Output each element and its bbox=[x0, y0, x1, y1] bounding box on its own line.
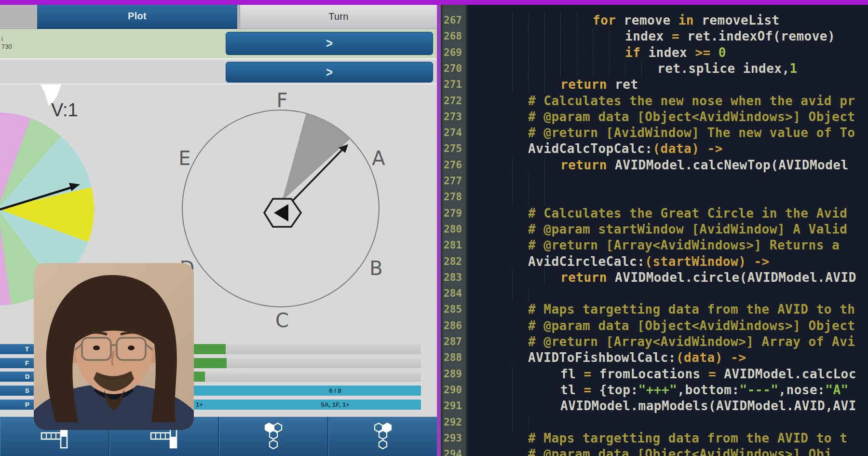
code-line: # @param data [Object<AvidWindows>] Obje… bbox=[468, 109, 868, 125]
indent-guide bbox=[625, 61, 625, 77]
indent-guide bbox=[544, 189, 545, 205]
line-number: 272 bbox=[444, 93, 462, 109]
avid-arrow bbox=[290, 149, 343, 204]
stat-label: F bbox=[25, 359, 29, 367]
code-line: # Calculates the Great Circle in the Avi… bbox=[468, 206, 868, 221]
toolbar-button-hex-left[interactable] bbox=[219, 417, 328, 456]
webcam-portrait bbox=[34, 263, 194, 430]
avid-letter-b: B bbox=[369, 257, 382, 279]
line-number: 289 bbox=[444, 366, 462, 382]
code-text: # Maps targetting data from the AVID to … bbox=[528, 302, 855, 318]
line-number: 267 bbox=[444, 13, 462, 28]
indent-guide bbox=[512, 77, 513, 93]
line-number: 271 bbox=[444, 77, 462, 93]
stat-label: T bbox=[25, 345, 29, 353]
panel-divider[interactable] bbox=[437, 5, 441, 456]
indent-guide bbox=[544, 173, 545, 189]
indent-guide bbox=[512, 270, 513, 286]
code-line: # @return [Array<AvidWindows>] Returns a bbox=[468, 237, 868, 253]
line-number: 280 bbox=[444, 221, 462, 237]
advance-button-1[interactable]: > bbox=[226, 32, 433, 55]
line-number: 285 bbox=[444, 302, 462, 318]
hex-cluster-right-icon bbox=[372, 421, 394, 453]
indent-guide bbox=[512, 173, 513, 189]
indent-guide bbox=[528, 286, 529, 302]
tab-turn[interactable]: Turn bbox=[240, 5, 437, 29]
line-number: 291 bbox=[444, 398, 462, 414]
indent-guide bbox=[512, 28, 513, 44]
header-mini-text-2: 730 bbox=[1, 43, 12, 50]
code-line: AvidCircleCalc:(startWindow) -> bbox=[468, 254, 868, 270]
code-line: AvidCalcTopCalc:(data) -> bbox=[468, 141, 868, 157]
code-line: AVIDToFishbowlCalc:(data) -> bbox=[468, 350, 868, 366]
line-number: 293 bbox=[444, 430, 462, 446]
line-number: 294 bbox=[444, 446, 462, 456]
left-panel: Plot Turn i 730 > > V:1 bbox=[0, 5, 437, 456]
indent-guide bbox=[577, 28, 577, 44]
indent-guide bbox=[512, 366, 513, 382]
indent-guide bbox=[528, 61, 529, 77]
stat-label: D bbox=[25, 373, 29, 380]
indent-guide bbox=[512, 157, 513, 173]
line-number: 276 bbox=[444, 157, 462, 173]
code-text: # @param data [Object<AvidWindows>] Obje… bbox=[528, 318, 855, 334]
code-line: # @param data [Object<AvidWindows>] Obj bbox=[468, 446, 868, 456]
code-text: # @param data [Object<AvidWindows>] Obj bbox=[528, 446, 832, 456]
indent-guide bbox=[528, 28, 529, 44]
code-text: AVIDModel.mapModels(AVIDModel.AVID,AVI bbox=[560, 398, 856, 414]
indent-guide bbox=[609, 28, 610, 44]
code-line: # @return [Array<AvidWindow>] Array of A… bbox=[468, 334, 868, 350]
indent-guide bbox=[512, 13, 513, 28]
indent-guide bbox=[593, 45, 593, 61]
tab-plot[interactable]: Plot bbox=[37, 5, 237, 29]
indent-guide bbox=[544, 61, 545, 77]
indent-guide bbox=[512, 45, 513, 61]
line-number: 270 bbox=[444, 61, 462, 77]
stat-value-left: 1+ bbox=[196, 401, 203, 408]
indent-guide bbox=[512, 382, 513, 398]
line-number: 290 bbox=[444, 382, 462, 398]
code-line: # @param startWindow [AvidWindow] A Vali… bbox=[468, 221, 868, 237]
indent-guide bbox=[560, 45, 561, 61]
indent-guide bbox=[528, 77, 529, 93]
code-area[interactable]: for remove in removeListindex = ret.inde… bbox=[468, 5, 868, 456]
line-number-gutter: 2672682692702712722732742752762772782792… bbox=[441, 5, 468, 456]
code-text: index = ret.indexOf(remove) bbox=[625, 28, 835, 44]
code-line: # Maps targetting data from the AVID to … bbox=[468, 302, 868, 318]
code-editor[interactable]: 2672682692702712722732742752762772782792… bbox=[441, 5, 868, 456]
line-number: 286 bbox=[444, 318, 462, 334]
code-text: for remove in removeList bbox=[593, 13, 780, 28]
indent-guide bbox=[641, 61, 642, 77]
advance-button-2[interactable]: > bbox=[226, 62, 433, 83]
indent-guide bbox=[544, 13, 545, 28]
indent-guide bbox=[544, 45, 545, 61]
line-number: 278 bbox=[444, 189, 462, 205]
code-text: # @param data [Object<AvidWindows>] Obje… bbox=[528, 109, 855, 125]
indent-guide bbox=[528, 189, 529, 205]
code-line: # @return [AvidWindow] The new value of … bbox=[468, 125, 868, 141]
code-text: if index >= 0 bbox=[625, 45, 726, 61]
portrait-illustration bbox=[34, 263, 194, 430]
top-accent-bar bbox=[0, 0, 868, 5]
code-line: if index >= 0 bbox=[468, 45, 868, 61]
code-line bbox=[468, 286, 868, 302]
line-number: 277 bbox=[444, 173, 462, 189]
code-text: # Calculates the new nose when the avid … bbox=[528, 93, 855, 109]
line-number: 284 bbox=[444, 286, 462, 302]
code-line bbox=[468, 415, 868, 430]
line-number: 279 bbox=[444, 206, 462, 221]
toolbar-button-hex-right[interactable] bbox=[328, 417, 437, 456]
indent-guide bbox=[560, 61, 561, 77]
line-number: 292 bbox=[444, 415, 462, 430]
stat-value: 6 / 8 bbox=[299, 387, 371, 394]
code-line: for remove in removeList bbox=[468, 13, 868, 28]
code-line: tl = {top:"+++",bottom:"---",nose:"A" bbox=[468, 382, 868, 398]
code-text: # @return [Array<AvidWindow>] Array of A… bbox=[528, 334, 855, 350]
code-line: return AVIDModel.circle(AVIDModel.AVID bbox=[468, 270, 868, 286]
indent-guide bbox=[528, 415, 529, 430]
chevron-right-icon: > bbox=[326, 36, 333, 51]
indent-guide bbox=[593, 28, 593, 44]
code-line: AVIDModel.mapModels(AVIDModel.AVID,AVI bbox=[468, 398, 868, 414]
avid-arrowhead bbox=[339, 144, 348, 153]
stat-label: S bbox=[25, 387, 29, 394]
